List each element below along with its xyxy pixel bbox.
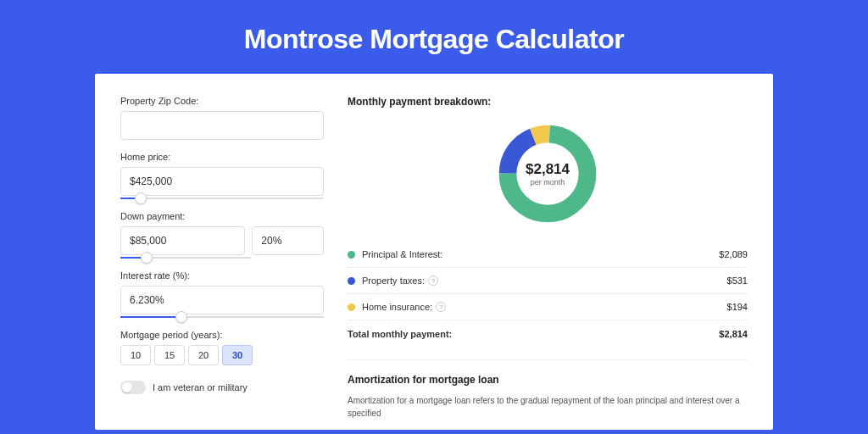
legend-label: Property taxes: bbox=[362, 275, 425, 286]
legend-label: Home insurance: bbox=[362, 302, 432, 312]
interest-rate-label: Interest rate (%): bbox=[120, 270, 324, 281]
zip-input[interactable] bbox=[120, 111, 324, 140]
period-button-20[interactable]: 20 bbox=[188, 345, 219, 365]
page-title: Montrose Mortgage Calculator bbox=[0, 0, 868, 74]
down-payment-field: Down payment: bbox=[120, 211, 324, 259]
total-label: Total monthly payment: bbox=[348, 329, 452, 339]
legend-value: $2,089 bbox=[719, 249, 748, 259]
veteran-toggle[interactable] bbox=[120, 381, 146, 394]
total-row: Total monthly payment: $2,814 bbox=[348, 320, 748, 348]
legend-row: Property taxes:?$531 bbox=[348, 268, 748, 294]
breakdown-title: Monthly payment breakdown: bbox=[348, 96, 748, 108]
home-price-slider[interactable] bbox=[120, 198, 324, 199]
legend-dot bbox=[348, 251, 355, 259]
down-payment-label: Down payment: bbox=[120, 211, 324, 221]
down-payment-slider[interactable] bbox=[120, 257, 251, 259]
help-icon[interactable]: ? bbox=[428, 275, 438, 286]
legend-dot bbox=[348, 303, 355, 311]
mortgage-period-field: Mortgage period (years): 10152030 bbox=[120, 330, 324, 365]
amortization-title: Amortization for mortgage loan bbox=[348, 374, 748, 386]
veteran-toggle-label: I am veteran or military bbox=[153, 382, 248, 392]
interest-rate-field: Interest rate (%): bbox=[120, 270, 324, 318]
down-payment-amount-input[interactable] bbox=[120, 226, 245, 255]
toggle-knob bbox=[122, 382, 132, 392]
amortization-text: Amortization for a mortgage loan refers … bbox=[348, 394, 748, 420]
total-value: $2,814 bbox=[719, 329, 748, 339]
mortgage-period-label: Mortgage period (years): bbox=[120, 330, 324, 340]
zip-label: Property Zip Code: bbox=[120, 96, 324, 106]
donut-chart-wrap: $2,814 per month bbox=[348, 116, 748, 242]
interest-rate-slider[interactable] bbox=[120, 316, 324, 318]
veteran-toggle-row: I am veteran or military bbox=[120, 381, 324, 394]
calculator-card: Property Zip Code: Home price: Down paym… bbox=[95, 74, 773, 430]
legend-row: Principal & Interest:$2,089 bbox=[348, 242, 748, 268]
help-icon[interactable]: ? bbox=[436, 302, 446, 312]
interest-rate-input[interactable] bbox=[120, 286, 324, 314]
amortization-section: Amortization for mortgage loan Amortizat… bbox=[348, 359, 748, 420]
slider-thumb[interactable] bbox=[141, 252, 153, 264]
donut-center: $2,814 per month bbox=[526, 161, 570, 186]
donut-amount: $2,814 bbox=[526, 161, 570, 178]
inputs-column: Property Zip Code: Home price: Down paym… bbox=[120, 96, 324, 408]
period-button-15[interactable]: 15 bbox=[154, 345, 185, 365]
period-button-10[interactable]: 10 bbox=[120, 345, 151, 365]
period-button-30[interactable]: 30 bbox=[222, 345, 253, 365]
legend-row: Home insurance:?$194 bbox=[348, 294, 748, 320]
down-payment-percent-input[interactable] bbox=[252, 226, 324, 255]
slider-thumb[interactable] bbox=[175, 311, 187, 323]
slider-thumb[interactable] bbox=[135, 192, 147, 204]
breakdown-legend: Principal & Interest:$2,089Property taxe… bbox=[348, 242, 748, 320]
breakdown-column: Monthly payment breakdown: $2,814 per mo… bbox=[348, 96, 748, 408]
home-price-label: Home price: bbox=[120, 152, 324, 162]
home-price-input[interactable] bbox=[120, 167, 324, 196]
donut-chart: $2,814 per month bbox=[495, 121, 600, 226]
legend-value: $531 bbox=[727, 275, 748, 286]
legend-label: Principal & Interest: bbox=[362, 249, 442, 259]
legend-value: $194 bbox=[727, 302, 748, 312]
home-price-field: Home price: bbox=[120, 152, 324, 199]
zip-field: Property Zip Code: bbox=[120, 96, 324, 140]
legend-dot bbox=[348, 277, 355, 285]
donut-sub: per month bbox=[526, 178, 570, 186]
